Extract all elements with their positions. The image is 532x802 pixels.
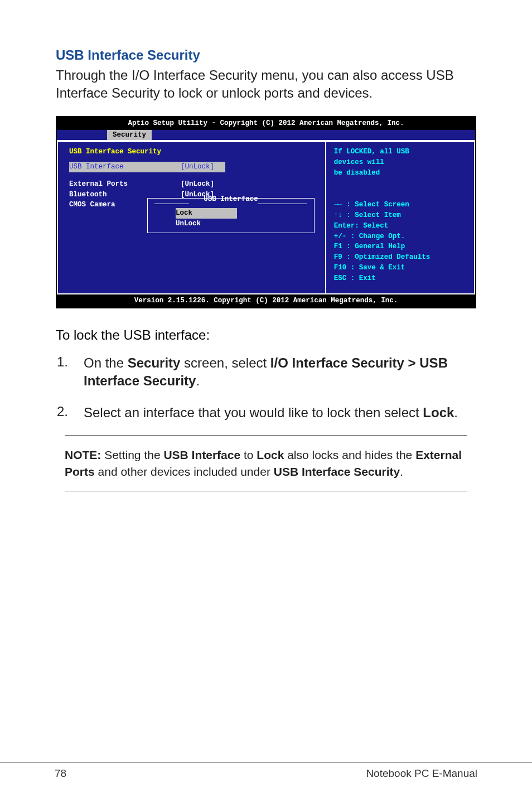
page-number: 78	[55, 767, 66, 780]
bios-tab-security[interactable]: Security	[107, 130, 152, 141]
manual-title: Notebook PC E-Manual	[366, 767, 477, 780]
dialog-option-lock[interactable]: Lock	[176, 208, 237, 219]
sub-heading-lock: To lock the USB interface:	[56, 327, 476, 343]
row-external-ports-label: External Ports	[69, 179, 181, 190]
t: Lock	[423, 405, 454, 420]
bios-left-panel: USB Interface Security USB Interface [Un…	[57, 141, 325, 294]
bios-tabs: Security	[57, 130, 475, 141]
t: to	[240, 448, 257, 461]
bios-body: USB Interface Security USB Interface [Un…	[57, 140, 475, 294]
list-item-2: 2. Select an interface that you would li…	[57, 404, 476, 422]
page-footer: 78 Notebook PC E-Manual	[0, 762, 532, 780]
row-usb-interface-label: USB Interface	[69, 162, 181, 172]
bios-key-help: →← : Select Screen ↑↓ : Select Item Ente…	[334, 200, 466, 289]
bios-screenshot: Aptio Setup Utility - Copyright (C) 2012…	[56, 116, 476, 308]
bios-dialog-title: USB Interface	[148, 194, 314, 205]
t: .	[196, 373, 200, 388]
note-box: NOTE: Setting the USB Interface to Lock …	[65, 435, 467, 491]
t: .	[454, 405, 458, 420]
row-external-ports-value: [UnLock]	[181, 179, 214, 190]
dialog-option-unlock[interactable]: UnLock	[148, 219, 314, 229]
help-change-opt: +/- : Change Opt.	[334, 231, 466, 242]
bios-help-description: If LOCKED, all USB devices will be disab…	[334, 147, 466, 178]
list-number-1: 1.	[57, 354, 71, 370]
desc-line1: If LOCKED, all USB	[334, 147, 466, 157]
t: screen, select	[180, 355, 270, 370]
bios-bottom-bar: Version 2.15.1226. Copyright (C) 2012 Am…	[57, 294, 475, 307]
section-intro: Through the I/O Interface Security menu,…	[56, 66, 476, 103]
row-usb-interface-value: [UnLock]	[181, 162, 214, 172]
note-label: NOTE:	[65, 448, 101, 461]
t: Setting the	[101, 448, 163, 461]
help-exit: ESC : Exit	[334, 273, 466, 284]
desc-line2: devices will	[334, 157, 466, 168]
list-text-1: On the Security screen, select I/O Inter…	[84, 354, 476, 390]
list-text-2: Select an interface that you would like …	[84, 404, 458, 422]
help-enter-select: Enter: Select	[334, 221, 466, 231]
list-item-1: 1. On the Security screen, select I/O In…	[57, 354, 476, 390]
left-panel-title: USB Interface Security	[69, 147, 314, 157]
help-save-exit: F10 : Save & Exit	[334, 263, 466, 273]
help-select-screen: →← : Select Screen	[334, 200, 466, 210]
help-general-help: F1 : General Help	[334, 241, 466, 252]
bios-dialog: USB Interface Lock UnLock	[147, 198, 315, 233]
t: Select an interface that you would like …	[84, 405, 423, 420]
desc-line3: be disabled	[334, 168, 466, 178]
t: Lock	[257, 448, 284, 461]
bios-top-bar: Aptio Setup Utility - Copyright (C) 2012…	[57, 117, 475, 130]
t: USB Interface Security	[274, 465, 400, 478]
t: On the	[84, 355, 128, 370]
section-heading: USB Interface Security	[56, 47, 476, 63]
t: and other devices included under	[95, 465, 274, 478]
help-optimized-defaults: F9 : Optimized Defaults	[334, 252, 466, 263]
t: USB Interface	[163, 448, 240, 461]
list-number-2: 2.	[57, 404, 71, 419]
bios-right-panel: If LOCKED, all USB devices will be disab…	[325, 141, 475, 294]
t: Security	[128, 355, 181, 370]
t: also locks and hides the	[284, 448, 415, 461]
t: .	[400, 465, 403, 478]
help-select-item: ↑↓ : Select Item	[334, 210, 466, 221]
